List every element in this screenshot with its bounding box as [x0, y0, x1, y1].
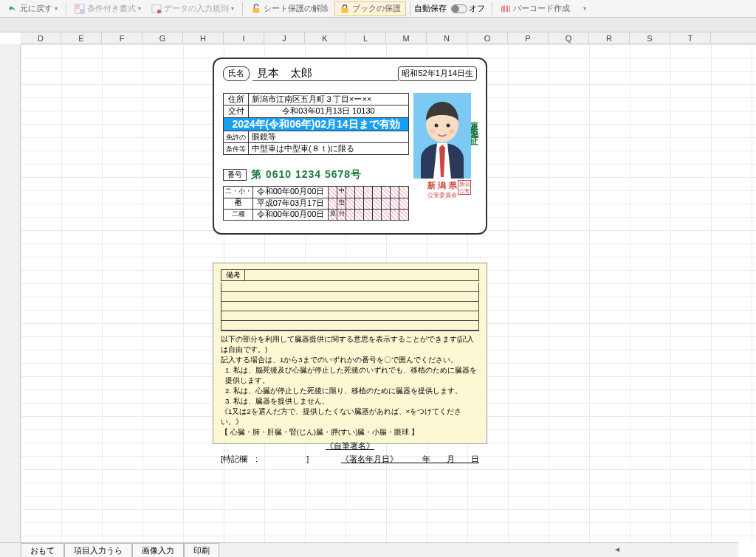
lock-icon: [340, 4, 350, 14]
grid-icon: [75, 4, 85, 14]
column-header[interactable]: R: [589, 32, 630, 44]
notes-field: [245, 270, 478, 280]
formula-bar-area: [0, 18, 756, 32]
num-label: 番号: [223, 169, 247, 181]
column-header[interactable]: H: [183, 32, 224, 44]
birth-value: 昭和52年1月14日生: [398, 66, 477, 81]
date-value-2: 平成07年03月17日: [253, 198, 329, 209]
column-header[interactable]: O: [467, 32, 508, 44]
svg-point-9: [435, 124, 439, 128]
column-header[interactable]: J: [264, 32, 305, 44]
barcode-button[interactable]: バーコード作成: [496, 1, 574, 16]
unlock-icon: [251, 4, 261, 14]
svg-point-11: [430, 129, 436, 134]
column-header[interactable]: K: [305, 32, 346, 44]
svg-rect-5: [253, 8, 260, 13]
addr-value: 新潟市江南区五月町３丁目×ー××: [249, 94, 408, 105]
cond-format-label: 条件付き書式: [87, 3, 136, 14]
column-header[interactable]: M: [386, 32, 427, 44]
column-header[interactable]: T: [670, 32, 711, 44]
column-header[interactable]: P: [508, 32, 549, 44]
column-header[interactable]: G: [142, 32, 183, 44]
signature-label: 《自筆署名》: [221, 440, 479, 452]
scroll-left-button[interactable]: ◄: [611, 542, 623, 557]
sheet-tab[interactable]: 印刷: [184, 543, 219, 558]
num-value: 第 0610 1234 5678号: [251, 168, 362, 181]
notes-label: 備考: [221, 270, 245, 280]
data-validation-label: データの入力規則: [164, 3, 229, 14]
sheet-tab[interactable]: 項目入力うら: [64, 543, 132, 558]
column-header[interactable]: N: [427, 32, 467, 44]
column-header[interactable]: D: [21, 32, 61, 44]
issue-label: 交付: [224, 105, 249, 117]
row-headers: [0, 44, 21, 542]
separator: [410, 2, 410, 15]
barcode-icon: [501, 4, 511, 14]
autosave-toggle[interactable]: オフ: [451, 3, 485, 14]
column-header[interactable]: L: [346, 32, 386, 44]
autosave-label: 自動保存: [414, 3, 447, 14]
sheet-tab[interactable]: おもて: [21, 543, 64, 558]
chevron-down-icon: ▾: [55, 5, 58, 12]
unprotect-sheet-label: シート保護の解除: [264, 3, 329, 14]
donation-text: 以下の部分を利用して臓器提供に関する意思を表示することができます(記入は自由です…: [221, 334, 479, 437]
svg-rect-1: [75, 4, 80, 8]
svg-point-10: [447, 124, 450, 128]
undo-button[interactable]: 元に戻す ▾: [3, 1, 62, 16]
column-header[interactable]: I: [224, 32, 264, 44]
notes-lines: [221, 283, 479, 331]
column-headers: DEFGHIJKLMNOPQRST: [21, 32, 756, 44]
date-label-1: 二・小・原: [224, 187, 253, 198]
column-header[interactable]: F: [102, 32, 142, 44]
unprotect-sheet-button[interactable]: シート保護の解除: [247, 1, 333, 16]
separator: [492, 2, 492, 15]
svg-rect-2: [80, 9, 84, 13]
chevron-down-icon: ▾: [138, 5, 141, 12]
toggle-icon: [451, 4, 467, 13]
svg-rect-6: [342, 8, 348, 13]
sign-date: 《署名年月日》 年 月 日: [341, 454, 479, 465]
cond-label-1: 免許の: [224, 131, 249, 142]
spreadsheet-grid[interactable]: 氏名 見本 太郎 昭和52年1月14日生 住所 新潟市江南区五月町３丁目×ー××…: [21, 44, 756, 542]
date-label-2: 他: [224, 198, 253, 209]
chevron-down-icon: ▾: [583, 5, 586, 12]
toolbar: 元に戻す ▾ 条件付き書式 ▾ データの入力規則 ▾ シート保護の解除 ブックの…: [0, 0, 756, 18]
name-value: 見本 太郎: [252, 66, 398, 81]
cond-label-2: 条件等: [224, 143, 249, 154]
separator: [66, 2, 66, 15]
undo-label: 元に戻す: [20, 3, 52, 14]
column-header[interactable]: Q: [549, 32, 589, 44]
sheet-tab[interactable]: 画像入力: [132, 543, 184, 558]
license-card-back: 備考 以下の部分を利用して臓器提供に関する意思を表示することができます(記入は自…: [213, 263, 487, 444]
date-label-3: 二種: [224, 210, 253, 220]
svg-point-12: [449, 129, 455, 134]
date-value-3: 令和00年00月00日: [253, 210, 329, 220]
license-dates-table: 二・小・原 令和00年00月00日 中 他 平成07: [223, 186, 409, 221]
validation-icon: [151, 4, 162, 14]
seal: 新潟公安: [458, 180, 471, 195]
sheet-tabs: おもて項目入力うら画像入力印刷: [0, 542, 738, 557]
protect-book-label: ブックの保護: [352, 3, 401, 14]
valid-until: 2024年(令和06年)02月14日まで有効: [223, 118, 409, 131]
name-label: 氏名: [223, 66, 250, 81]
license-card-front: 氏名 見本 太郎 昭和52年1月14日生 住所 新潟市江南区五月町３丁目×ー××…: [213, 58, 487, 235]
issue-value: 令和03年01月13日 10130: [249, 105, 408, 117]
svg-point-4: [157, 9, 161, 13]
signature-row: [特記欄 : ] 《署名年月日》 年 月 日: [221, 454, 479, 465]
column-header[interactable]: E: [61, 32, 102, 44]
chevron-down-icon: ▾: [231, 5, 234, 12]
date-value-1: 令和00年00月00日: [253, 187, 329, 198]
protect-book-button[interactable]: ブックの保護: [334, 1, 406, 16]
column-header[interactable]: S: [630, 32, 670, 44]
cond-value-2: 中型車は中型車(８ｔ)に限る: [249, 143, 408, 154]
barcode-label: バーコード作成: [513, 3, 570, 14]
autosave-state: オフ: [469, 3, 485, 14]
cond-format-button[interactable]: 条件付き書式 ▾: [70, 1, 145, 16]
undo-icon: [7, 4, 18, 14]
cond-value-1: 眼鏡等: [249, 131, 408, 142]
addr-label: 住所: [224, 94, 249, 105]
license-photo: [413, 93, 471, 179]
separator: [242, 2, 243, 15]
data-validation-button[interactable]: データの入力規則 ▾: [147, 1, 238, 16]
